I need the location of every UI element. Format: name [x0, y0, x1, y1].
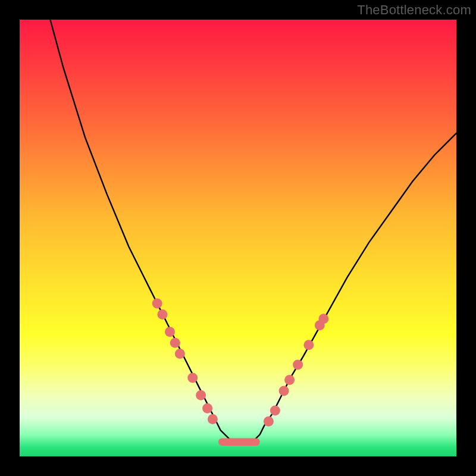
- right-dot-5: [293, 359, 303, 369]
- left-dot-3: [165, 327, 175, 337]
- left-dot-8: [202, 403, 212, 414]
- bottom-marker-bar: [218, 439, 260, 446]
- curve-svg: [20, 20, 456, 456]
- curve-markers: [152, 299, 329, 427]
- plot-area: [20, 20, 456, 456]
- left-dot-7: [196, 390, 206, 400]
- right-dot-3: [279, 386, 289, 396]
- bottleneck-curve: [50, 20, 456, 443]
- left-dot-2: [158, 309, 168, 320]
- left-dot-5: [175, 349, 185, 359]
- left-dot-1: [152, 299, 162, 309]
- right-dot-2: [270, 405, 280, 415]
- right-dot-6: [303, 340, 314, 350]
- left-dot-9: [208, 414, 218, 424]
- watermark-text: TheBottleneck.com: [357, 2, 471, 18]
- chart-frame: TheBottleneck.com: [0, 0, 476, 476]
- right-dot-8: [318, 314, 328, 324]
- right-dot-1: [264, 416, 274, 427]
- right-dot-4: [284, 375, 295, 385]
- left-dot-4: [170, 338, 180, 348]
- left-dot-6: [187, 372, 198, 383]
